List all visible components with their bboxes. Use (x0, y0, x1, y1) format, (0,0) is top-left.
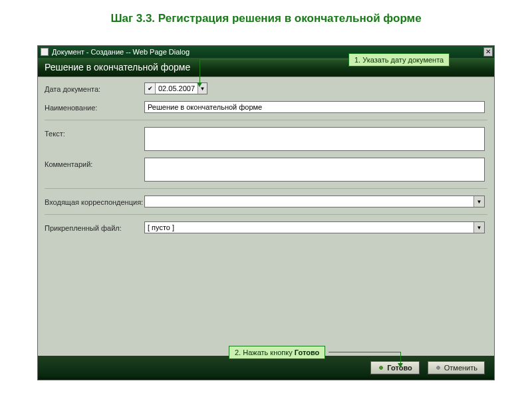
close-icon[interactable]: ✕ (483, 47, 493, 57)
comment-input[interactable] (144, 158, 485, 182)
callout-1-connector (200, 59, 348, 60)
check-icon (378, 364, 384, 371)
window-title-text: Документ - Создание -- Web Page Dialog (52, 48, 190, 56)
arrow-down-icon (398, 363, 403, 368)
file-combo[interactable]: [ пусто ] ▼ (144, 221, 485, 233)
callout-2-bold: Готово (295, 348, 319, 356)
callout-2: 2. Нажать кнопку Готово (229, 346, 325, 359)
name-input[interactable] (144, 101, 485, 113)
callout-1-connector-v (200, 59, 200, 83)
cancel-button-label: Отменить (444, 364, 477, 372)
name-label: Наименование: (45, 101, 144, 112)
calendar-icon[interactable]: ✔ (145, 83, 156, 94)
chevron-down-icon[interactable]: ▼ (473, 222, 484, 233)
text-label: Текст: (45, 127, 144, 138)
callout-2-connector (329, 352, 400, 352)
date-value: 02.05.2007 (156, 84, 198, 92)
date-label: Дата документа: (45, 82, 144, 93)
document-icon (41, 48, 49, 56)
cancel-icon (435, 364, 442, 371)
comment-label: Комментарий: (45, 158, 144, 168)
chevron-down-icon[interactable]: ▼ (473, 196, 484, 207)
cancel-button[interactable]: Отменить (428, 361, 485, 374)
dialog-window: Документ - Создание -- Web Page Dialog ✕… (37, 45, 495, 380)
callout-2-pre: 2. Нажать кнопку (235, 348, 295, 356)
file-label: Прикрепленный файл: (45, 221, 144, 232)
incoming-label: Входящая корреспонденция: (45, 196, 144, 206)
callout-2-connector-v (400, 352, 401, 364)
callout-1: 1. Указать дату документа (348, 53, 450, 66)
text-input[interactable] (144, 127, 485, 151)
step-title: Шаг 3.3. Регистрация решения в окончател… (0, 0, 532, 35)
dialog-footer: Готово Отменить (38, 356, 494, 380)
file-value: [ пусто ] (145, 222, 473, 233)
incoming-value (145, 196, 473, 207)
form-area: Дата документа: ✔ 02.05.2007 ▼ Наименова… (38, 76, 494, 361)
incoming-combo[interactable]: ▼ (144, 196, 485, 207)
ok-button[interactable]: Готово (370, 361, 419, 374)
arrow-down-icon (197, 82, 202, 87)
